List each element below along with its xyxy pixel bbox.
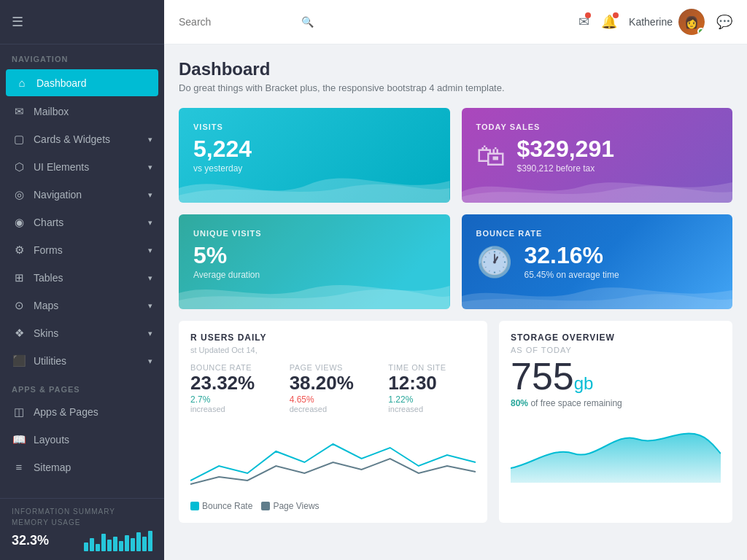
visits-label: VISITS: [193, 122, 436, 131]
chevron-down-icon: ▾: [148, 246, 152, 255]
bounce-rate-label: BOUNCE RATE: [476, 229, 719, 238]
content-area: Dashboard Do great things with Bracket p…: [164, 44, 747, 560]
search-box[interactable]: 🔍: [179, 16, 578, 28]
time-label: TIME ON SITE: [388, 363, 476, 372]
left-panel: R USERS DAILY st Updated Oct 14, BOUNCE …: [179, 321, 487, 523]
sales-value: $329,291: [517, 137, 614, 160]
sidebar-item-ui-elements[interactable]: ⬡ UI Elements ▾: [0, 153, 164, 181]
stat-card-unique-visits: UNIQUE VISITS 5% Average duration: [179, 214, 450, 309]
sales-wave: [462, 166, 733, 203]
page-subtitle: Do great things with Bracket plus, the r…: [179, 82, 732, 93]
sidebar-item-skins[interactable]: ❖ Skins ▾: [0, 319, 164, 347]
legend-label-pageviews: Page Views: [273, 501, 319, 511]
dashboard-icon: ⌂: [15, 77, 29, 89]
sidebar-item-label: Utilities: [34, 355, 66, 367]
mail-icon-button[interactable]: ✉: [578, 14, 589, 30]
sidebar-item-sitemap[interactable]: ≡ Sitemap: [0, 454, 164, 481]
apps-section-label: APPS & PAGES: [0, 375, 164, 398]
sidebar-info-section: INFORMATION SUMMARY MEMORY USAGE 32.3%: [0, 498, 164, 560]
stat-cards: VISITS 5,224 vs yesterday TODAY SALES 🛍 …: [179, 108, 732, 309]
legend-dot-pageviews: [261, 502, 270, 510]
sidebar-item-label: Navigation: [34, 189, 82, 201]
notification-bell[interactable]: 🔔: [601, 14, 617, 30]
utilities-icon: ⬛: [12, 354, 26, 368]
storage-chart: [511, 417, 721, 483]
sidebar-item-cards-widgets[interactable]: ▢ Cards & Widgets ▾: [0, 125, 164, 153]
stats-row: BOUNCE RATE 23.32% 2.7% increased PAGE V…: [190, 363, 476, 413]
topbar: 🔍 ✉ 🔔 Katherine 👩 💬: [164, 0, 747, 44]
unique-visits-label: UNIQUE VISITS: [193, 229, 436, 238]
memory-label: MEMORY USAGE: [12, 518, 152, 526]
bounce-label: BOUNCE RATE: [190, 363, 278, 372]
unique-wave: [179, 273, 450, 309]
chart-legend: Bounce Rate Page Views: [190, 501, 476, 511]
maps-icon: ⊙: [12, 299, 26, 312]
mini-chart: [190, 422, 476, 495]
chevron-down-icon: ▾: [148, 218, 152, 228]
sidebar-item-mailbox[interactable]: ✉ Mailbox: [0, 98, 164, 125]
visits-wave: [179, 166, 450, 203]
chat-icon-button[interactable]: 💬: [716, 14, 732, 30]
chevron-down-icon: ▾: [148, 135, 152, 144]
sidebar-item-forms[interactable]: ⚙ Forms ▾: [0, 236, 164, 264]
tables-icon: ⊞: [12, 271, 26, 284]
memory-row: 32.3%: [12, 529, 152, 551]
page-title: Dashboard: [179, 59, 732, 79]
search-input[interactable]: [179, 16, 295, 28]
sidebar-item-label: Cards & Widgets: [34, 133, 110, 145]
sidebar-item-tables[interactable]: ⊞ Tables ▾: [0, 264, 164, 292]
chevron-down-icon: ▾: [148, 357, 152, 366]
sidebar-item-label: Charts: [34, 217, 63, 228]
chevron-down-icon: ▾: [148, 329, 152, 338]
sidebar-item-label: Sitemap: [34, 462, 71, 473]
hamburger-icon[interactable]: ☰: [12, 14, 23, 30]
sidebar-header: ☰: [0, 0, 164, 44]
sidebar-item-label: Apps & Pages: [34, 406, 98, 418]
sitemap-icon: ≡: [12, 461, 26, 473]
bounce-change: 2.7%: [190, 394, 278, 405]
sidebar-item-layouts[interactable]: 📖 Layouts: [0, 426, 164, 454]
mailbox-icon: ✉: [12, 105, 26, 118]
pageviews-change-label: decreased: [290, 405, 377, 413]
search-icon[interactable]: 🔍: [301, 16, 314, 28]
sidebar-item-apps-pages[interactable]: ◫ Apps & Pages: [0, 398, 164, 426]
forms-icon: ⚙: [12, 244, 26, 257]
stat-time-on-site: TIME ON SITE 12:30 1.22% increased: [388, 363, 476, 413]
sidebar-item-label: Layouts: [34, 434, 69, 446]
apps-icon: ◫: [12, 405, 26, 419]
time-num: 12:30: [388, 372, 476, 394]
sidebar-item-label: Forms: [34, 244, 63, 256]
pageviews-label: PAGE VIEWS: [290, 363, 377, 372]
sidebar-item-label: Tables: [34, 272, 63, 284]
nav-section-label: NAVIGATION: [0, 44, 164, 68]
sales-label: TODAY SALES: [476, 122, 719, 131]
pageviews-num: 38.20%: [290, 372, 377, 394]
topbar-right: ✉ 🔔 Katherine 👩 💬: [578, 9, 732, 35]
sidebar-item-charts[interactable]: ◉ Charts ▾: [0, 209, 164, 236]
main-area: 🔍 ✉ 🔔 Katherine 👩 💬 Dashboard Do g: [164, 0, 747, 560]
bounce-wave: [462, 273, 733, 309]
stat-card-sales: TODAY SALES 🛍 $329,291 $390,212 before t…: [462, 108, 733, 203]
charts-icon: ◉: [12, 216, 26, 229]
sidebar-item-dashboard[interactable]: ⌂ Dashboard: [6, 69, 158, 96]
sidebar-item-navigation[interactable]: ◎ Navigation ▾: [0, 181, 164, 209]
sidebar-item-label: Skins: [34, 327, 58, 339]
storage-title: STORAGE OVERVIEW: [511, 332, 721, 343]
sidebar-item-utilities[interactable]: ⬛ Utilities ▾: [0, 347, 164, 375]
unique-visits-value: 5%: [193, 244, 436, 267]
sidebar-item-label: Dashboard: [36, 77, 87, 89]
panel-title: R USERS DAILY: [190, 332, 476, 343]
chevron-down-icon: ▾: [148, 190, 152, 200]
storage-sub: 80% of free space remaining: [511, 398, 721, 408]
skins-icon: ❖: [12, 327, 26, 340]
storage-panel: STORAGE OVERVIEW AS OF TODAY 755gb 80% o…: [499, 321, 732, 523]
legend-label-bounce: Bounce Rate: [202, 501, 252, 511]
stat-card-bounce-rate: BOUNCE RATE 🕐 32.16% 65.45% on average t…: [462, 214, 733, 309]
pageviews-change: 4.65%: [290, 394, 377, 405]
bottom-section: R USERS DAILY st Updated Oct 14, BOUNCE …: [179, 321, 732, 523]
storage-subtitle: AS OF TODAY: [511, 346, 721, 354]
user-info[interactable]: Katherine 👩: [629, 9, 705, 35]
sidebar-item-maps[interactable]: ⊙ Maps ▾: [0, 292, 164, 319]
bounce-num: 23.32%: [190, 372, 278, 394]
memory-value: 32.3%: [12, 533, 49, 548]
